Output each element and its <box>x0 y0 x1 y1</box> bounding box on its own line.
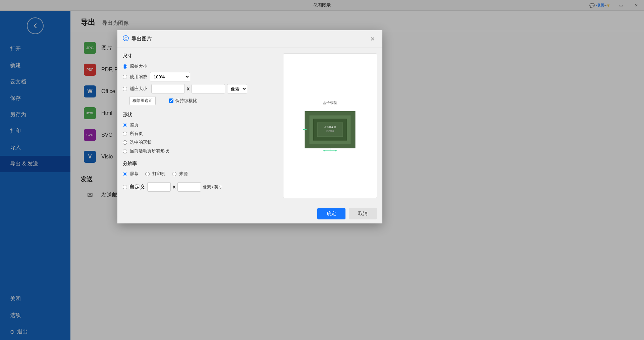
scale-select[interactable]: 100% 50% 200% <box>150 72 190 81</box>
printer-radio-row: 打印机 <box>145 171 165 177</box>
export-dialog: ⬡ 导出图片 ✕ 尺寸 原始大小 使用缩放 100% 50 <box>117 30 382 223</box>
original-size-radio[interactable] <box>123 64 127 69</box>
source-label[interactable]: 来源 <box>179 171 188 177</box>
fit-height-input[interactable]: 793.701 <box>192 84 225 93</box>
active-page-radio[interactable] <box>123 149 127 153</box>
preview-title: 盒子模型 <box>323 100 337 105</box>
printer-radio[interactable] <box>145 172 150 176</box>
dpi-x-input[interactable]: 96 <box>147 182 171 192</box>
active-page-label[interactable]: 当前活动页所有形状 <box>130 148 169 154</box>
resolution-section: 分辨率 屏幕 打印机 来源 <box>123 161 278 192</box>
scale-radio[interactable] <box>123 75 127 79</box>
preview-panel: 盒子模型 硬件抽象层 驱动接口 <box>283 53 377 198</box>
dialog-body: 尺寸 原始大小 使用缩放 100% 50% 200% <box>117 48 382 204</box>
size-section: 尺寸 原始大小 使用缩放 100% 50% 200% <box>123 53 278 105</box>
dialog-title: 导出图片 <box>131 36 365 42</box>
fit-width-input[interactable]: 1122.52 <box>151 84 185 93</box>
dialog-close-button[interactable]: ✕ <box>368 34 377 44</box>
whole-page-radio[interactable] <box>123 123 127 127</box>
shape-section: 形状 整页 所有页 选中的形状 当前活动页所有形状 <box>123 112 278 154</box>
dialog-left-panel: 尺寸 原始大小 使用缩放 100% 50% 200% <box>123 53 278 198</box>
size-section-title: 尺寸 <box>123 53 278 59</box>
original-size-label[interactable]: 原始大小 <box>130 63 147 69</box>
fit-row: 适应大小 1122.52 x 793.701 像素 英寸 毫米 <box>123 84 278 93</box>
svg-text:⬡: ⬡ <box>124 37 127 40</box>
fit-unit-select[interactable]: 像素 英寸 毫米 <box>227 84 247 93</box>
shape-section-title: 形状 <box>123 112 278 118</box>
source-radio[interactable] <box>172 172 176 176</box>
source-radio-row: 来源 <box>172 171 188 177</box>
selected-shapes-row: 选中的形状 <box>123 139 278 145</box>
preview-diagram: 硬件抽象层 驱动接口 <box>303 108 357 151</box>
all-pages-row: 所有页 <box>123 131 278 137</box>
svg-text:驱动接口: 驱动接口 <box>326 130 334 132</box>
whole-page-label[interactable]: 整页 <box>130 122 139 128</box>
dpi-unit-label: 像素 / 英寸 <box>203 184 222 190</box>
scale-label[interactable]: 使用缩放 <box>130 74 147 80</box>
scale-row: 使用缩放 100% 50% 200% <box>123 72 278 81</box>
keep-ratio-row: 保持纵横比 <box>169 98 197 104</box>
whole-page-row: 整页 <box>123 122 278 128</box>
selected-shapes-radio[interactable] <box>123 140 127 145</box>
active-page-row: 当前活动页所有形状 <box>123 148 278 154</box>
screen-label[interactable]: 屏幕 <box>130 171 139 177</box>
remove-margin-button[interactable]: 移除页边距 <box>129 96 156 105</box>
svg-rect-5 <box>317 123 343 137</box>
preview-inner: 盒子模型 硬件抽象层 驱动接口 <box>283 54 377 198</box>
dpi-y-input[interactable]: 96 <box>177 182 201 192</box>
original-size-row: 原始大小 <box>123 63 278 69</box>
svg-text:硬件抽象层: 硬件抽象层 <box>324 126 336 128</box>
fit-label[interactable]: 适应大小 <box>130 86 147 92</box>
fit-x-separator: x <box>187 86 190 92</box>
printer-label[interactable]: 打印机 <box>152 171 165 177</box>
custom-dpi-row: 自定义 96 x 96 像素 / 英寸 <box>123 182 278 192</box>
cancel-button[interactable]: 取消 <box>349 208 377 219</box>
resolution-section-title: 分辨率 <box>123 161 278 167</box>
confirm-button[interactable]: 确定 <box>317 208 345 219</box>
keep-ratio-checkbox[interactable] <box>169 98 173 103</box>
custom-dpi-radio[interactable] <box>123 185 127 189</box>
dialog-header: ⬡ 导出图片 ✕ <box>117 30 382 48</box>
dpi-x-separator: x <box>173 184 175 190</box>
screen-radio-row: 屏幕 <box>123 171 139 177</box>
screen-radio[interactable] <box>123 172 127 176</box>
selected-shapes-label[interactable]: 选中的形状 <box>130 139 152 145</box>
dialog-footer: 确定 取消 <box>117 204 382 223</box>
custom-dpi-label[interactable]: 自定义 <box>129 184 145 191</box>
svg-marker-15 <box>303 129 305 131</box>
scale-input-group: 100% 50% 200% <box>150 72 190 81</box>
dialog-header-icon: ⬡ <box>123 35 129 43</box>
all-pages-radio[interactable] <box>123 132 127 136</box>
resolution-options-row: 屏幕 打印机 来源 <box>123 171 278 180</box>
fit-radio[interactable] <box>123 87 127 91</box>
keep-ratio-label[interactable]: 保持纵横比 <box>175 98 197 104</box>
all-pages-label[interactable]: 所有页 <box>130 131 143 137</box>
fit-input-group: 1122.52 x 793.701 像素 英寸 毫米 <box>151 84 247 93</box>
